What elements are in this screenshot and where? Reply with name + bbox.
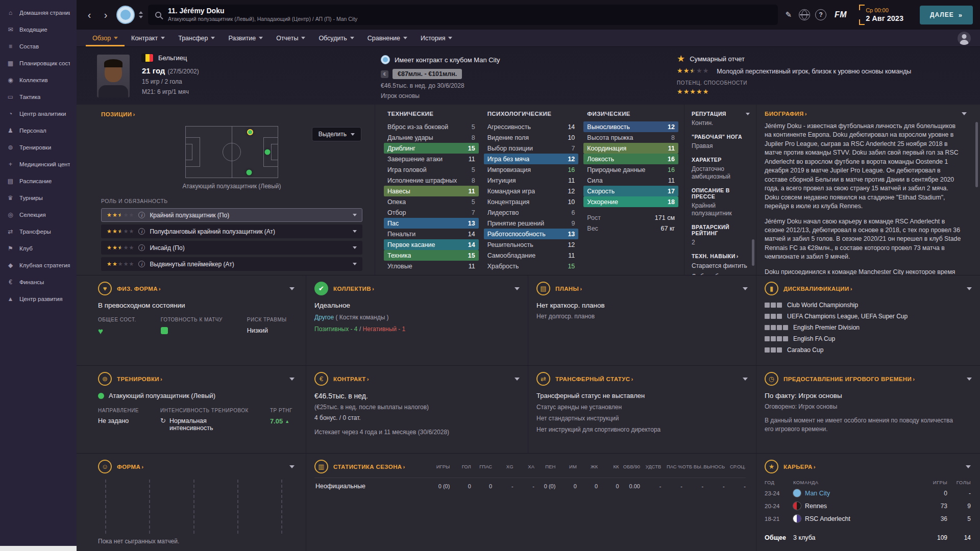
- transfer-status-title[interactable]: ТРАНСФЕРНЫЙ СТАТУС: [555, 376, 633, 382]
- sidebar-item-club-vision[interactable]: ◆Клубная стратегия: [0, 257, 77, 273]
- sidebar-item-dynamics[interactable]: ◉Коллектив: [0, 71, 77, 88]
- social-group-link[interactable]: Другое: [314, 314, 334, 321]
- tab-development[interactable]: Развитие: [222, 30, 270, 46]
- biography-title[interactable]: БИОГРАФИЯ: [765, 111, 807, 117]
- career-apps: 0: [919, 490, 947, 497]
- attr-row: Техника15: [384, 250, 479, 261]
- role-row[interactable]: ★★★★★iВыдвинутый плеймейкер (Ат): [101, 257, 362, 271]
- position-dot[interactable]: [247, 170, 252, 176]
- chevron-down-icon[interactable]: [289, 287, 295, 290]
- sidebar-item-analytics[interactable]: ◔Центр аналитики: [0, 105, 77, 122]
- chevron-down-icon[interactable]: [514, 378, 520, 381]
- tech-skills-title[interactable]: ТЕХН. НАВЫКИ: [692, 253, 750, 259]
- position-caption: Атакующий полузащитник (Левый): [101, 183, 362, 190]
- star-icon: ★: [696, 67, 702, 74]
- chevron-down-icon[interactable]: [962, 112, 967, 115]
- positions-title[interactable]: ПОЗИЦИИ: [101, 111, 135, 117]
- chevron-down-icon[interactable]: [353, 230, 357, 233]
- attr-label: Пас: [387, 220, 399, 227]
- tab-transfer[interactable]: Трансфер: [172, 30, 222, 46]
- chevron-down-icon[interactable]: [746, 113, 750, 115]
- playing-time-title[interactable]: ПРЕДОСТАВЛЕНИЕ ИГРОВОГО ВРЕМЕНИ: [783, 376, 915, 382]
- position-dot-selected[interactable]: [247, 129, 253, 135]
- chevron-down-icon[interactable]: [353, 214, 357, 216]
- role-row[interactable]: ★★★★★★iИнсайд (По): [101, 241, 362, 255]
- position-dot[interactable]: [265, 149, 271, 155]
- tab-discuss[interactable]: Обсудить: [312, 30, 360, 46]
- tab-comparison[interactable]: Сравнение: [361, 30, 414, 46]
- transfer-value[interactable]: €87млн. - €101млн.: [393, 69, 462, 79]
- sidebar-item-scouting[interactable]: ◎Селекция: [0, 206, 77, 223]
- sidebar-item-club[interactable]: ⚑Клуб: [0, 240, 77, 257]
- intensity-value[interactable]: Нормальная интенсивность: [169, 417, 227, 432]
- help-icon[interactable]: ?: [815, 9, 826, 20]
- profile-icon[interactable]: [958, 32, 971, 45]
- sidebar-item-squad[interactable]: ≡Состав: [0, 38, 77, 55]
- tab-contract[interactable]: Контракт: [125, 30, 172, 46]
- nav-back-button[interactable]: ‹: [84, 10, 95, 20]
- chevron-down-icon[interactable]: [967, 378, 972, 381]
- chevron-down-icon[interactable]: [514, 287, 520, 290]
- sidebar-item-inbox[interactable]: ✉Входящие: [0, 21, 77, 38]
- career-row: 18-21RSC Anderlecht365: [765, 512, 971, 525]
- chevron-down-icon[interactable]: [743, 287, 748, 290]
- chevron-down-icon[interactable]: [289, 378, 295, 381]
- tab-reports[interactable]: Отчеты: [270, 30, 312, 46]
- direction-label: НАПРАВЛЕНИЕ: [98, 408, 139, 413]
- sidebar-item-training[interactable]: ⊚Тренировки: [0, 139, 77, 156]
- chevron-down-icon: [448, 37, 452, 39]
- sidebar-item-label: Финансы: [19, 279, 44, 285]
- sidebar-item-transfers[interactable]: ⇄Трансферы: [0, 223, 77, 240]
- chevron-down-icon[interactable]: [289, 465, 295, 468]
- sidebar-item-development[interactable]: ▲Центр развития: [0, 290, 77, 307]
- attr-value: 8: [663, 134, 675, 141]
- fitness-title[interactable]: ФИЗ. ФОРМА: [117, 286, 161, 292]
- chevron-down-icon: [403, 37, 407, 39]
- role-row[interactable]: ★★★★★★iКрайний полузащитник (По): [101, 208, 362, 222]
- step-down-icon[interactable]: [139, 16, 143, 18]
- sidebar-item-squad-planner[interactable]: ▦Планировщик состава: [0, 55, 77, 71]
- season-stats-title[interactable]: СТАТИСТИКА СЕЗОНА: [333, 464, 405, 470]
- continue-button[interactable]: ДАЛЕЕ »: [920, 6, 973, 24]
- sidebar-item-tactics[interactable]: ▭Тактика: [0, 88, 77, 105]
- chevron-down-icon[interactable]: [353, 263, 357, 265]
- availability-box: [771, 303, 776, 308]
- chevron-down-icon[interactable]: [353, 246, 357, 249]
- chevron-down-icon[interactable]: [966, 465, 971, 468]
- career-title[interactable]: КАРЬЕРА: [783, 464, 816, 470]
- club-badge-icon[interactable]: [116, 6, 135, 24]
- attr-label: Импровизация: [487, 166, 531, 173]
- star-icon: ★: [703, 67, 709, 74]
- plans-title[interactable]: ПЛАНЫ: [555, 286, 582, 292]
- search-bar[interactable]: 11. Jérémy Doku Атакующий полузащитник (…: [148, 5, 778, 25]
- player-stepper[interactable]: [139, 11, 143, 18]
- tab-overview[interactable]: Обзор: [86, 30, 125, 46]
- scrollbar[interactable]: [752, 239, 754, 266]
- career-club-name[interactable]: Man City: [805, 490, 830, 497]
- contract-club-line: Имеет контракт с клубом Man City: [395, 56, 500, 64]
- sidebar-item-competitions[interactable]: ♛Турниры: [0, 189, 77, 206]
- chevron-down-icon[interactable]: [967, 287, 972, 290]
- availability-box: [765, 336, 770, 341]
- world-icon[interactable]: [799, 9, 810, 20]
- sidebar-item-medical[interactable]: +Медицинский центр: [0, 156, 77, 172]
- tab-history[interactable]: История: [414, 30, 459, 46]
- step-up-icon[interactable]: [139, 11, 143, 14]
- highlight-dropdown[interactable]: Выделить: [312, 127, 361, 141]
- attr-value: 5: [463, 166, 475, 173]
- suspensions-title[interactable]: ДИСКВАЛИФИКАЦИИ: [783, 286, 852, 292]
- edit-pencil-icon[interactable]: ✎: [783, 8, 794, 21]
- sidebar-item-staff[interactable]: ♟Персонал: [0, 122, 77, 139]
- contract-title[interactable]: КОНТРАКТ: [333, 376, 369, 382]
- sidebar-item-schedule[interactable]: ▤Расписание: [0, 172, 77, 189]
- chevron-down-icon: [259, 37, 263, 39]
- sidebar-item-home[interactable]: ⌂Домашняя страница: [0, 4, 77, 21]
- cohesion-title[interactable]: КОЛЛЕКТИВ: [333, 286, 374, 292]
- chevron-down-icon[interactable]: [743, 378, 748, 381]
- training-title[interactable]: ТРЕНИРОВКИ: [117, 376, 162, 382]
- form-title[interactable]: ФОРМА: [117, 464, 143, 470]
- sidebar-item-finances[interactable]: €Финансы: [0, 273, 77, 290]
- nav-forward-button[interactable]: ›: [100, 10, 111, 20]
- role-row[interactable]: ★★★★★★iПолуфланговый крайний полузащитни…: [101, 224, 362, 238]
- scrollbar[interactable]: [975, 122, 978, 187]
